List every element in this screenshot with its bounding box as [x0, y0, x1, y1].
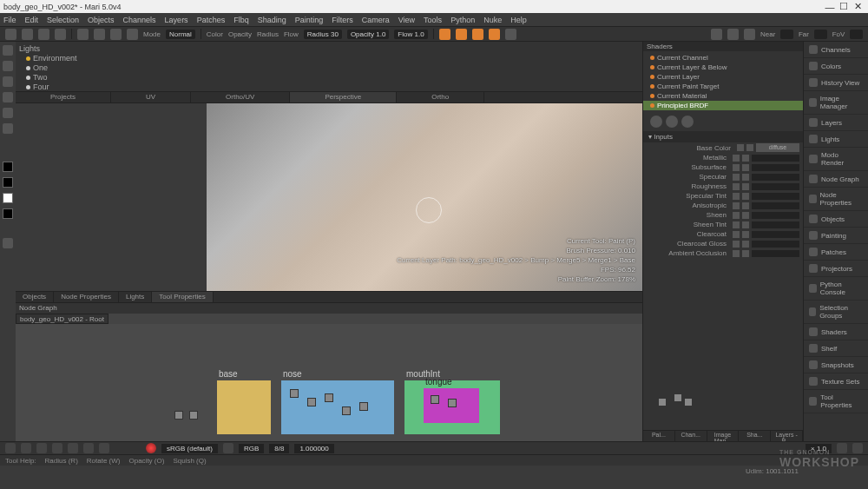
input-toggle[interactable]: [733, 250, 740, 257]
sub-node-icon[interactable]: [307, 398, 316, 406]
menu-layers[interactable]: Layers: [165, 16, 188, 24]
view-icon[interactable]: [439, 29, 450, 40]
shader-item-selected[interactable]: Principled BRDF: [643, 101, 803, 110]
palette-tab[interactable]: Colors: [804, 58, 868, 75]
node-icon[interactable]: [684, 398, 693, 406]
input-toggle[interactable]: [742, 193, 749, 200]
statusbar-icon[interactable]: [36, 443, 47, 453]
tab-palette[interactable]: Pal...: [643, 431, 675, 441]
viewport[interactable]: Current Tool: Paint (P) Brush Pressure: …: [16, 103, 642, 291]
save-icon[interactable]: [38, 29, 49, 40]
view-icon[interactable]: [505, 29, 516, 40]
menu-view[interactable]: View: [398, 16, 415, 24]
menu-painting[interactable]: Painting: [295, 16, 324, 24]
input-toggle[interactable]: [742, 212, 749, 219]
palette-tab[interactable]: Projectors: [804, 261, 868, 277]
menu-patches[interactable]: Patches: [197, 16, 226, 24]
node-base[interactable]: base: [217, 380, 271, 434]
input-toggle[interactable]: [742, 155, 749, 162]
statusbar-icon[interactable]: [52, 443, 62, 453]
maximize-button[interactable]: ☐: [837, 1, 851, 12]
tab-uv[interactable]: UV: [111, 92, 191, 102]
opacity-field[interactable]: Opacity 1.0: [347, 30, 389, 39]
menu-python[interactable]: Python: [450, 16, 475, 24]
input-slider[interactable]: [752, 212, 799, 219]
background-color[interactable]: [3, 193, 13, 203]
gamma-field[interactable]: 1.000000: [294, 444, 333, 453]
light-item[interactable]: Environment: [19, 54, 639, 63]
palette-tab[interactable]: Patches: [804, 244, 868, 261]
tab-node-properties[interactable]: Node Properties: [54, 292, 119, 302]
palette-tab[interactable]: Objects: [804, 211, 868, 228]
input-slider[interactable]: [752, 231, 799, 238]
mode-select[interactable]: Normal: [166, 30, 195, 39]
inputs-header[interactable]: ▾ Inputs: [643, 131, 803, 142]
input-toggle[interactable]: [733, 164, 740, 171]
color-icon[interactable]: [3, 208, 13, 219]
node-icon[interactable]: [674, 393, 682, 402]
tab-shaders[interactable]: Sha...: [739, 431, 771, 441]
node-icon[interactable]: [174, 411, 183, 420]
remove-shader-icon[interactable]: [666, 116, 678, 128]
palette-tab[interactable]: Texture Sets: [804, 373, 868, 390]
input-toggle[interactable]: [733, 212, 740, 219]
tool-icon[interactable]: [127, 29, 138, 40]
breadcrumb[interactable]: body_geo_HD_v002 - Root: [16, 314, 108, 324]
input-slider[interactable]: [752, 174, 799, 181]
clone-tool-icon[interactable]: [3, 108, 13, 118]
shader-item[interactable]: Current Material: [643, 91, 803, 101]
light-item[interactable]: Four: [19, 83, 639, 92]
statusbar-icon[interactable]: [5, 443, 16, 453]
menu-help[interactable]: Help: [510, 16, 527, 24]
palette-tab[interactable]: Layers: [804, 115, 868, 131]
statusbar-icon[interactable]: [21, 443, 31, 453]
menu-file[interactable]: File: [3, 16, 16, 24]
tool-icon[interactable]: [94, 29, 105, 40]
shader-item[interactable]: Current Paint Target: [643, 82, 803, 91]
channels-select[interactable]: RGB: [239, 444, 264, 453]
sub-node-icon[interactable]: [359, 402, 368, 411]
fov-field[interactable]: [850, 30, 863, 39]
palette-tab[interactable]: Image Manager: [804, 91, 868, 115]
menu-filters[interactable]: Filters: [332, 16, 353, 24]
shader-item[interactable]: Current Layer & Below: [643, 63, 803, 72]
palette-tab[interactable]: Node Properties: [804, 188, 868, 211]
menu-camera[interactable]: Camera: [362, 16, 390, 24]
input-toggle[interactable]: [733, 155, 740, 162]
sub-node-icon[interactable]: [448, 399, 457, 407]
input-toggle[interactable]: [742, 241, 749, 248]
select-tool-icon[interactable]: [3, 45, 13, 56]
far-field[interactable]: [814, 30, 827, 39]
tab-ortho[interactable]: Ortho: [397, 92, 484, 102]
input-toggle[interactable]: [742, 183, 749, 190]
palette-tab[interactable]: Shelf: [804, 340, 868, 357]
input-toggle[interactable]: [733, 193, 740, 200]
input-slider[interactable]: [752, 250, 799, 257]
tab-objects[interactable]: Objects: [16, 292, 54, 302]
open-icon[interactable]: [22, 29, 33, 40]
view-icon[interactable]: [456, 29, 467, 40]
menu-selection[interactable]: Selection: [47, 16, 79, 24]
node-icon[interactable]: [189, 411, 198, 420]
statusbar-icon[interactable]: [83, 443, 94, 453]
tab-image-manager[interactable]: Image Man...: [707, 431, 740, 441]
palette-tab[interactable]: Channels: [804, 42, 868, 58]
bitdepth-field[interactable]: 8/8: [269, 444, 289, 453]
undo-icon[interactable]: [55, 29, 66, 40]
shader-item[interactable]: Current Channel: [643, 53, 803, 63]
input-slider[interactable]: [752, 193, 799, 200]
radius-field[interactable]: Radius 30: [304, 30, 342, 39]
palette-tab[interactable]: Snapshots: [804, 357, 868, 373]
palette-tab[interactable]: Tool Properties: [804, 390, 868, 413]
statusbar-icon[interactable]: [223, 443, 233, 453]
tab-perspective[interactable]: Perspective: [290, 92, 397, 102]
statusbar-icon[interactable]: [99, 443, 109, 453]
3d-viewport[interactable]: Current Tool: Paint (P) Brush Pressure: …: [207, 103, 642, 291]
camera-icon[interactable]: [711, 29, 722, 40]
input-toggle[interactable]: [733, 174, 740, 181]
input-value[interactable]: diffuse: [756, 143, 799, 152]
foreground-color[interactable]: [3, 162, 13, 172]
menu-flbq[interactable]: Flbq: [233, 16, 249, 24]
input-slider[interactable]: [752, 241, 799, 248]
palette-tab[interactable]: History View: [804, 75, 868, 91]
